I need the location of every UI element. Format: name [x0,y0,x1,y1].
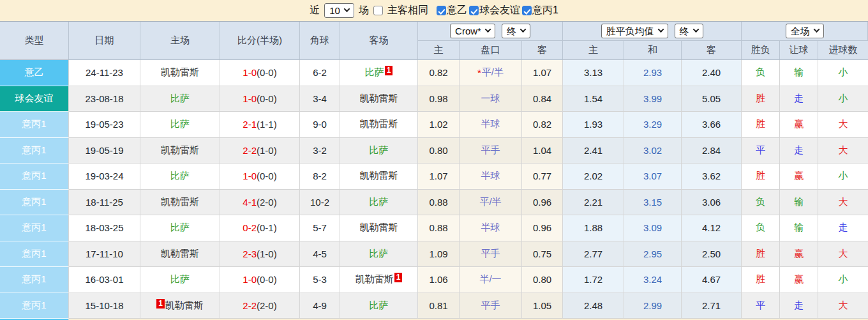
goals-result-cell: 小 [818,267,868,293]
chevron-down-icon [520,26,526,33]
halftime-score: (0-0) [257,274,277,285]
date-cell: 23-08-18 [69,86,140,112]
away-odds-cell: 1.07 [522,60,563,86]
league-type-cell: 意丙1 [0,267,69,293]
recent-count-select[interactable]: 10 [324,3,354,18]
away-team-name: 凯勒雷斯 [360,170,398,182]
home-team-cell: 比萨 [140,86,220,112]
corner-cell: 6-2 [300,60,340,86]
rank-badge: 1 [394,273,403,282]
header-corner: 角球 [300,22,340,59]
table-body: 意乙 24-11-23 凯勒雷斯 1-0(0-0) 6-2 比萨 1 0.82 … [0,60,868,319]
result-cell: 负 [742,215,780,241]
home-odds-cell: 1.02 [418,112,460,138]
same-venue-label: 主客相同 [387,4,428,17]
score-cell: 1-0(0-0) [220,60,300,86]
header-score: 比分(半场) [220,22,300,59]
halftime-score: (0-0) [257,67,277,78]
handicap-cell: 平手 [460,138,522,164]
serie-c1-label: 意丙1 [532,4,558,17]
avg-home-cell: 2.41 [563,138,624,164]
result-cell: 胜 [742,164,780,190]
avg-away-cell: 5.05 [682,86,742,112]
home-team-cell: 比萨 [140,112,220,138]
avg-draw-cell: 3.24 [624,267,682,293]
away-odds-cell: 0.77 [522,164,563,190]
avg-home-cell: 3.13 [563,60,624,86]
corner-cell: 5-3 [300,267,340,293]
goals-result-cell: 小 [818,60,868,86]
avg-away-cell: 2.40 [682,60,742,86]
rank-badge: 1 [385,66,393,75]
odds-time-select-2[interactable]: 终 [675,24,703,38]
serie-b-label: 意乙 [447,4,467,17]
result-cell: 胜 [742,241,780,268]
avg-away-cell: 3.66 [682,112,742,138]
goals-result-cell: 小 [818,86,868,112]
halftime-score: (1-1) [257,119,277,130]
away-odds-cell: 0.75 [522,241,563,268]
home-team-cell: 比萨 [140,267,220,293]
home-team-name: 凯勒雷斯 [161,144,199,156]
result-cell: 胜 [742,112,780,138]
filter-serie-c1: 意丙1 [522,4,558,17]
table-header: 类型 日期 主场 比分(半场) 角球 客场 Crow* 终 胜平负均值 终 全场… [0,21,868,60]
score-cell: 2-3(1-0) [220,241,300,268]
away-team-name: 比萨 [365,66,384,79]
avg-draw-cell: 3.02 [624,138,682,164]
away-team-name: 凯勒雷斯 [360,118,398,130]
date-cell: 18-11-25 [69,190,140,216]
score-cell: 1-0(0-0) [220,86,300,112]
avg-away-cell: 4.67 [682,267,742,293]
goals-result-cell: 小 [818,164,868,190]
handicap-result-cell: 赢 [780,241,818,268]
chevron-down-icon [343,6,350,12]
result-cell: 胜 [742,267,780,293]
table-row: 意丙1 16-03-01 比萨 1-0(0-0) 5-3 凯勒雷斯 1 1.06… [0,267,868,293]
date-cell: 24-11-23 [69,60,140,86]
avg-home-cell: 2.77 [563,241,624,268]
corner-cell: 4-5 [300,241,340,268]
away-team-cell: 比萨 [340,190,418,216]
home-team-cell: 比萨 [140,215,220,241]
scope-group-header: 全场 [742,22,868,41]
filter-serie-b: 意乙 [437,4,467,17]
handicap-cell: 平/半 [460,190,522,216]
handicap-cell: 平手 [460,241,522,268]
halftime-score: (2-0) [257,197,277,208]
serie-c1-checkbox[interactable] [522,6,532,15]
odds-time-select-1[interactable]: 终 [502,24,530,38]
corner-cell: 8-2 [300,164,340,190]
fulltime-score: 4-1 [243,197,257,208]
goals-result-cell: 大 [818,138,868,164]
avg-home-cell: 1.72 [563,267,624,293]
serie-b-checkbox[interactable] [437,6,446,15]
subheader-avg-away: 客 [682,41,742,59]
home-team-cell: 凯勒雷斯 [140,241,220,268]
bookmaker-select[interactable]: Crow* [450,24,495,38]
halftime-score: (0-1) [257,222,277,233]
table-row: 意丙1 17-11-10 凯勒雷斯 2-3(1-0) 4-5 比萨 1.09 平… [0,241,868,268]
average-mode-select[interactable]: 胜平负均值 [601,24,668,38]
away-odds-cell: 0.96 [522,190,563,216]
date-cell: 19-05-23 [69,112,140,138]
away-team-cell: 凯勒雷斯 [340,164,418,190]
handicap-result-cell: 输 [780,190,818,216]
filter-toolbar: 近 10 场 主客相同 意乙 球会友谊 意丙1 [0,0,868,21]
same-venue-checkbox[interactable] [373,6,383,15]
avg-draw-cell: 3.99 [624,86,682,112]
table-row: 意丙1 19-03-24 比萨 1-0(0-0) 8-2 凯勒雷斯 1.07 半… [0,164,868,190]
corner-cell: 3-4 [300,86,340,112]
handicap-result-cell: 赢 [780,164,818,190]
scope-select[interactable]: 全场 [786,24,824,38]
corner-cell: 9-0 [300,112,340,138]
goals-result-cell: 大 [818,190,868,216]
home-odds-cell: 0.98 [418,86,460,112]
home-team-name: 凯勒雷斯 [161,66,199,79]
home-team-cell: 凯勒雷斯 [140,60,220,86]
fulltime-score: 1-0 [243,67,257,78]
away-odds-cell: 0.82 [522,112,563,138]
handicap-cell: 半球 [460,164,522,190]
friendly-checkbox[interactable] [469,6,479,15]
date-cell: 17-11-10 [69,241,140,268]
